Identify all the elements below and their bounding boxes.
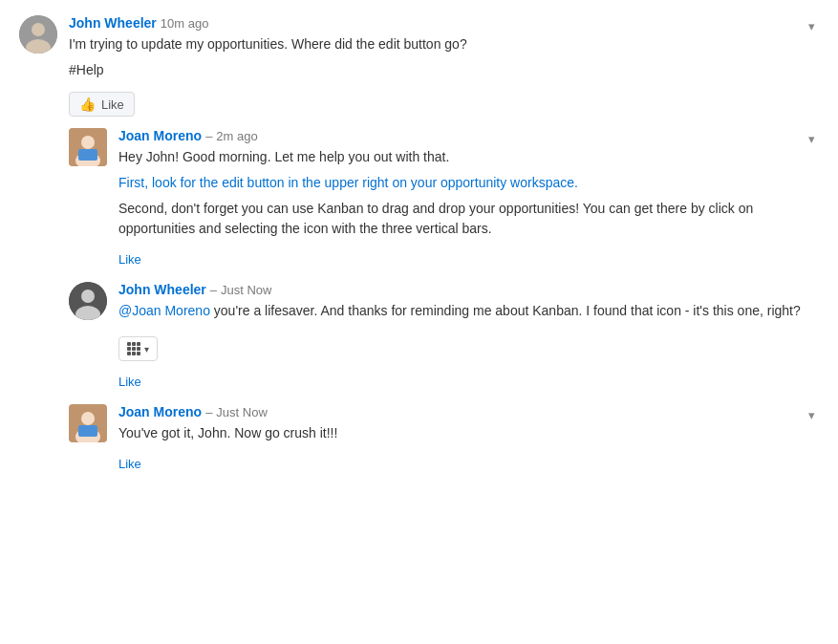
reply1-highlighted-text: First, look for the edit button in the u… [118,175,578,190]
reply1-like-link[interactable]: Like [118,252,141,267]
post1-author: John Wheeler [69,15,157,31]
reply1-timestamp: 2m ago [216,129,257,143]
svg-rect-6 [78,149,97,161]
reply2-body-text: @Joan Moreno you're a lifesaver. And tha… [118,301,819,321]
reply3-content: Joan Moreno – Just Now You've got it, Jo… [118,404,819,471]
reply3-inner: Joan Moreno – Just Now You've got it, Jo… [69,404,819,471]
svg-point-8 [81,290,95,303]
reply1-body-line1: Hey John! Good morning. Let me help you … [118,147,819,167]
reply1-dash: – [205,129,212,143]
post-john-wheeler: John Wheeler 10m ago I'm trying to updat… [19,15,819,117]
avatar-john-wheeler [19,15,57,54]
reply3-body-text: You've got it, John. Now go crush it!!! [118,423,819,443]
avatar-joan-moreno-2 [69,404,107,442]
reply1-body-line3: Second, don't forget you can use Kanban … [118,199,819,239]
reply2-header: John Wheeler – Just Now [118,282,819,297]
reply1-container: Joan Moreno – 2m ago Hey John! Good morn… [69,128,819,267]
reply3-container: Joan Moreno – Just Now You've got it, Jo… [69,404,819,471]
post1-like-label: Like [101,97,124,112]
reply2-dash: – [210,283,217,297]
avatar-joan-moreno-1 [69,128,107,166]
post1-header: John Wheeler 10m ago [69,15,819,31]
reply2-inner: John Wheeler – Just Now @Joan Moreno you… [69,282,819,389]
thumbs-up-icon: 👍 [79,97,96,112]
reply1-chevron-button[interactable]: ▾ [805,128,819,150]
reply3-timestamp: Just Now [216,405,267,419]
reply3-author: Joan Moreno [118,404,202,419]
reply2-mention: @Joan Moreno [118,303,210,318]
reply1-header: Joan Moreno – 2m ago [118,128,819,143]
grid-icon [127,342,140,355]
reply1-body-line2: First, look for the edit button in the u… [118,173,819,193]
reply2-content: John Wheeler – Just Now @Joan Moreno you… [118,282,819,389]
reply2-like-link[interactable]: Like [118,375,141,389]
post1-body-line2: #Help [69,60,819,80]
post1-timestamp: 10m ago [161,16,209,31]
reply3-body: You've got it, John. Now go crush it!!! [118,423,819,443]
reply3-header: Joan Moreno – Just Now [118,404,819,419]
avatar-john-wheeler-2 [69,282,107,320]
reply3-chevron-button[interactable]: ▾ [805,404,819,426]
chevron-down-icon: ▾ [808,19,815,33]
svg-point-1 [32,23,45,36]
chevron-down-icon: ▾ [808,408,815,422]
dropdown-chevron-icon: ▾ [144,344,149,354]
reply2-container: John Wheeler – Just Now @Joan Moreno you… [69,282,819,389]
post1-like-button[interactable]: 👍 Like [69,92,135,117]
chevron-down-icon: ▾ [808,132,815,146]
reply2-body-after: you're a lifesaver. And thanks for remin… [210,303,801,318]
svg-rect-13 [78,425,97,437]
kanban-icon-button-container: ▾ [118,329,819,369]
kanban-icon-button[interactable]: ▾ [118,336,158,361]
reply1-author: Joan Moreno [118,128,202,143]
post1-body-line1: I'm trying to update my opportunities. W… [69,34,819,54]
reply2-timestamp: Just Now [221,283,271,297]
reply1-body: Hey John! Good morning. Let me help you … [118,147,819,239]
reply2-author: John Wheeler [118,282,206,297]
post1-content: John Wheeler 10m ago I'm trying to updat… [69,15,819,117]
svg-point-11 [81,412,95,425]
post1-body: I'm trying to update my opportunities. W… [69,34,819,80]
reply2-body: @Joan Moreno you're a lifesaver. And tha… [118,301,819,321]
reply3-like-link[interactable]: Like [118,457,141,471]
svg-point-4 [81,136,95,149]
post1-chevron-button[interactable]: ▾ [805,15,819,37]
reply3-dash: – [205,405,212,419]
reply1-inner: Joan Moreno – 2m ago Hey John! Good morn… [69,128,819,267]
reply1-content: Joan Moreno – 2m ago Hey John! Good morn… [118,128,819,267]
